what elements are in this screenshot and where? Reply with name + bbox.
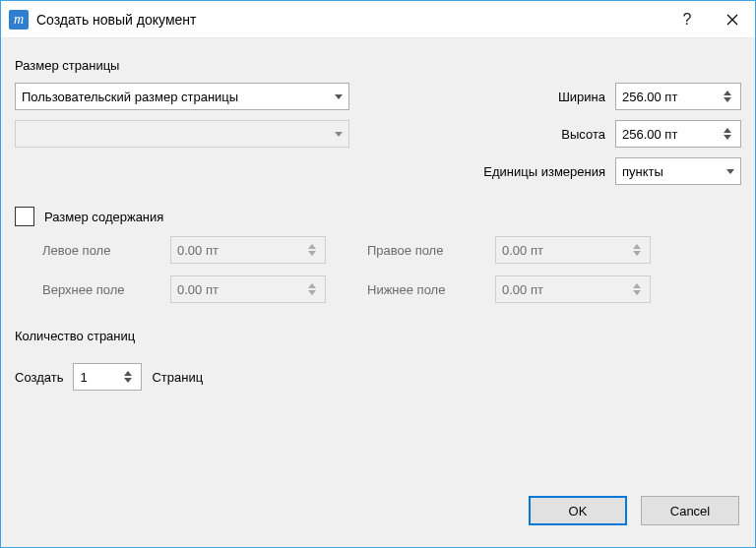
dialog-body: Размер страницы Пользовательский размер … <box>1 38 755 488</box>
page-size-group-label: Размер страницы <box>15 58 741 73</box>
top-margin-value: 0.00 пт <box>177 282 305 297</box>
spinner-arrows-icon <box>721 128 734 140</box>
pages-row: Создать 1 Страниц <box>15 363 741 391</box>
dialog-window: m Создать новый документ ? Размер страни… <box>0 0 756 548</box>
spinner-arrows-icon <box>305 283 319 295</box>
ok-button-label: OK <box>569 504 588 518</box>
page-count-value: 1 <box>80 370 87 385</box>
pages-suffix: Страниц <box>152 370 203 385</box>
page-size-left-col: Пользовательский размер страницы <box>15 83 349 185</box>
spinner-arrows-icon <box>630 244 644 256</box>
width-value: 256.00 пт <box>622 90 721 104</box>
close-icon <box>726 14 738 26</box>
height-label: Высота <box>561 127 605 142</box>
dialog-title: Создать новый документ <box>36 12 664 28</box>
top-margin-spinner[interactable]: 0.00 пт <box>170 275 326 303</box>
pages-group-label: Количество страниц <box>15 329 741 343</box>
help-button[interactable]: ? <box>664 1 710 38</box>
page-preset-combo[interactable]: Пользовательский размер страницы <box>15 83 349 110</box>
spinner-arrows-icon <box>630 283 644 295</box>
units-label: Единицы измерения <box>483 164 605 179</box>
cancel-button-label: Cancel <box>670 504 710 518</box>
page-size-section: Пользовательский размер страницы Ширина <box>15 83 741 185</box>
chevron-down-icon <box>335 132 343 137</box>
titlebar: m Создать новый документ ? <box>1 1 755 38</box>
page-subpreset-combo[interactable] <box>15 120 349 148</box>
spinner-arrows-icon <box>121 371 135 383</box>
dialog-footer: OK Cancel <box>1 488 755 547</box>
units-value: пункты <box>622 164 663 179</box>
page-count-spinner[interactable]: 1 <box>73 363 142 391</box>
bottom-margin-spinner[interactable]: 0.00 пт <box>495 275 651 303</box>
create-label: Создать <box>15 370 63 385</box>
page-preset-value: Пользовательский размер страницы <box>22 90 238 104</box>
spinner-arrows-icon <box>721 91 734 102</box>
content-size-group-label: Размер содержания <box>44 210 163 224</box>
right-margin-spinner[interactable]: 0.00 пт <box>495 236 651 264</box>
left-margin-label: Левое поле <box>42 243 170 258</box>
top-margin-label: Верхнее поле <box>42 282 170 297</box>
width-spinner[interactable]: 256.00 пт <box>615 83 741 110</box>
bottom-margin-value: 0.00 пт <box>502 282 630 297</box>
height-value: 256.00 пт <box>622 127 721 142</box>
right-margin-value: 0.00 пт <box>502 243 630 258</box>
left-margin-value: 0.00 пт <box>177 243 305 258</box>
page-size-right-col: Ширина 256.00 пт Высота 256.00 пт <box>379 83 741 185</box>
content-size-checkbox[interactable] <box>15 207 34 226</box>
content-size-header: Размер содержания <box>15 207 741 226</box>
left-margin-spinner[interactable]: 0.00 пт <box>170 236 326 264</box>
ok-button[interactable]: OK <box>529 496 627 525</box>
app-icon: m <box>9 10 29 30</box>
close-button[interactable] <box>710 1 755 38</box>
right-margin-label: Правое поле <box>367 243 495 258</box>
bottom-margin-label: Нижнее поле <box>367 282 495 297</box>
chevron-down-icon <box>335 94 343 99</box>
margins-grid: Левое поле 0.00 пт Правое поле 0.00 пт В… <box>15 236 741 303</box>
width-label: Ширина <box>558 90 605 104</box>
units-combo[interactable]: пункты <box>615 157 741 185</box>
cancel-button[interactable]: Cancel <box>641 496 739 525</box>
height-spinner[interactable]: 256.00 пт <box>615 120 741 148</box>
spinner-arrows-icon <box>305 244 319 256</box>
chevron-down-icon <box>726 169 734 174</box>
